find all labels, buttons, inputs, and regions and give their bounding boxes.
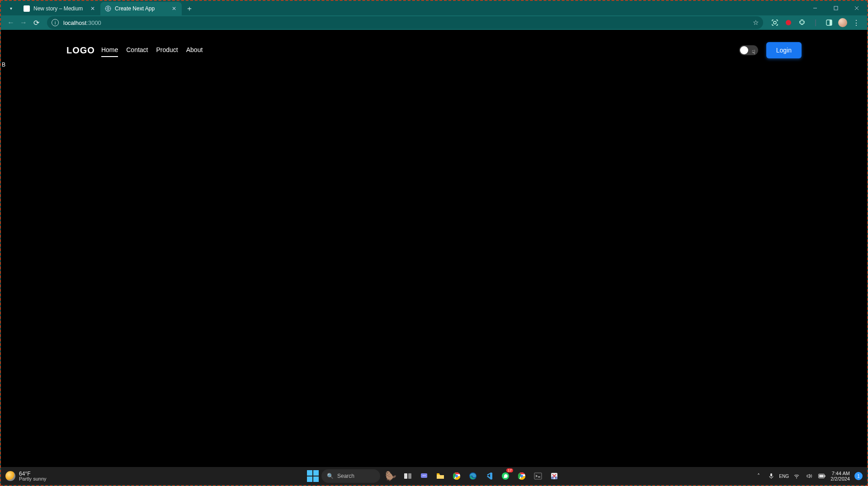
theme-toggle[interactable]: ☟ xyxy=(739,45,758,55)
microphone-icon[interactable] xyxy=(767,472,775,480)
vscode-icon[interactable] xyxy=(482,469,496,483)
google-lens-icon[interactable] xyxy=(770,18,779,27)
minimize-button[interactable] xyxy=(805,1,826,15)
weather-condition: Partly sunny xyxy=(19,476,47,481)
site-info-icon[interactable]: i xyxy=(52,19,59,26)
svg-point-20 xyxy=(455,475,458,477)
snip-icon[interactable] xyxy=(547,469,561,483)
svg-rect-32 xyxy=(825,475,826,477)
weather-temp: 64°F xyxy=(19,471,47,476)
svg-point-16 xyxy=(423,475,424,476)
tab-active-1[interactable]: Create Next App ✕ xyxy=(100,2,182,15)
svg-point-17 xyxy=(425,475,425,476)
window-controls xyxy=(805,1,867,15)
close-window-button[interactable] xyxy=(846,1,867,15)
task-view-icon[interactable] xyxy=(401,469,415,483)
browser-toolbar: ← → ⟳ i localhost:3000 ☆ | ⋮ xyxy=(1,15,867,30)
search-icon: 🔍 xyxy=(327,473,334,479)
tab-title-1: Create Next App xyxy=(115,5,171,12)
new-tab-button[interactable]: ＋ xyxy=(184,3,195,14)
start-button[interactable] xyxy=(307,470,319,482)
volume-icon[interactable] xyxy=(805,472,813,480)
clock-date: 2/2/2024 xyxy=(830,476,850,481)
globe-icon xyxy=(105,5,111,12)
medium-icon xyxy=(24,5,30,12)
svg-point-24 xyxy=(520,475,523,477)
svg-point-9 xyxy=(774,21,776,24)
chrome-icon[interactable] xyxy=(450,469,463,483)
chrome-menu-icon[interactable]: ⋮ xyxy=(852,18,861,27)
tab-title-0: New story – Medium xyxy=(33,5,90,12)
address-bar[interactable]: i localhost:3000 ☆ xyxy=(47,16,763,29)
svg-rect-13 xyxy=(404,473,407,479)
wifi-icon[interactable] xyxy=(793,472,801,480)
nav-item-about[interactable]: About xyxy=(186,43,203,57)
svg-rect-6 xyxy=(834,6,838,10)
tab-bar: ▾ New story – Medium ✕ Create Next App ✕… xyxy=(1,1,867,15)
back-button[interactable]: ← xyxy=(5,16,17,29)
system-tray: ˄ ENG 7:44 AM 2/2/2024 1 xyxy=(755,471,867,481)
tray-overflow-icon[interactable]: ˄ xyxy=(755,472,763,480)
notifications-icon[interactable]: 1 xyxy=(854,472,863,480)
terminal-icon[interactable] xyxy=(531,469,545,483)
file-explorer-icon[interactable] xyxy=(434,469,447,483)
profile-avatar-icon[interactable] xyxy=(838,18,847,27)
extensions-puzzle-icon[interactable] xyxy=(797,18,807,27)
sidepanel-icon[interactable] xyxy=(825,18,834,27)
page-viewport: B LOGO Home Contact Product About ☟ Logi… xyxy=(1,30,867,467)
svg-rect-25 xyxy=(534,473,542,479)
svg-rect-3 xyxy=(24,5,30,12)
extension-red-icon[interactable] xyxy=(784,18,793,27)
site-header: LOGO Home Contact Product About ☟ Login xyxy=(1,30,867,71)
maximize-button[interactable] xyxy=(826,1,846,15)
primary-nav: Home Contact Product About xyxy=(101,43,203,57)
reload-button[interactable]: ⟳ xyxy=(30,16,42,29)
svg-point-30 xyxy=(796,478,797,479)
url-port: :3000 xyxy=(86,19,101,26)
badge-icon: 17 xyxy=(506,468,513,472)
stray-text: B xyxy=(2,62,5,68)
taskbar-search[interactable]: 🔍 Search xyxy=(321,469,380,483)
divider: | xyxy=(811,18,820,27)
svg-rect-33 xyxy=(819,475,824,477)
taskbar-center: 🔍 Search 🦫 17 xyxy=(307,469,561,483)
nav-item-product[interactable]: Product xyxy=(156,43,178,57)
svg-rect-29 xyxy=(770,473,772,476)
search-highlight-icon[interactable]: 🦫 xyxy=(383,469,398,483)
svg-rect-14 xyxy=(408,473,411,479)
language-icon[interactable]: ENG xyxy=(780,472,788,480)
bookmark-star-icon[interactable]: ☆ xyxy=(753,19,759,27)
tab-inactive-0[interactable]: New story – Medium ✕ xyxy=(19,2,100,15)
svg-rect-15 xyxy=(421,473,427,478)
close-icon[interactable]: ✕ xyxy=(171,5,177,12)
chat-icon[interactable] xyxy=(417,469,431,483)
nav-item-home[interactable]: Home xyxy=(101,43,118,57)
close-icon[interactable]: ✕ xyxy=(90,5,96,12)
battery-icon[interactable] xyxy=(818,472,826,480)
whatsapp-icon[interactable]: 17 xyxy=(499,469,512,483)
chrome-alt-icon[interactable] xyxy=(515,469,528,483)
taskbar-weather[interactable]: 64°F Partly sunny xyxy=(1,471,51,481)
toggle-knob xyxy=(740,46,748,54)
weather-icon xyxy=(5,471,15,481)
browser-chrome: ▾ New story – Medium ✕ Create Next App ✕… xyxy=(1,1,867,30)
taskbar-clock[interactable]: 7:44 AM 2/2/2024 xyxy=(830,471,850,481)
login-button[interactable]: Login xyxy=(766,42,802,58)
cursor-hand-icon: ☟ xyxy=(752,49,755,56)
edge-icon[interactable] xyxy=(466,469,480,483)
tab-search-dropdown[interactable]: ▾ xyxy=(5,3,16,14)
site-logo[interactable]: LOGO xyxy=(66,45,95,56)
svg-rect-18 xyxy=(437,473,439,475)
forward-button[interactable]: → xyxy=(17,16,30,29)
extension-icons: | ⋮ xyxy=(768,18,863,27)
url-host: localhost xyxy=(63,19,86,26)
windows-taskbar: 64°F Partly sunny 🔍 Search 🦫 17 ˄ ENG 7:… xyxy=(1,467,867,485)
clock-time: 7:44 AM xyxy=(832,471,850,476)
svg-point-10 xyxy=(786,20,791,25)
taskbar-search-placeholder: Search xyxy=(337,473,354,479)
nav-item-contact[interactable]: Contact xyxy=(126,43,148,57)
svg-rect-12 xyxy=(830,20,832,25)
